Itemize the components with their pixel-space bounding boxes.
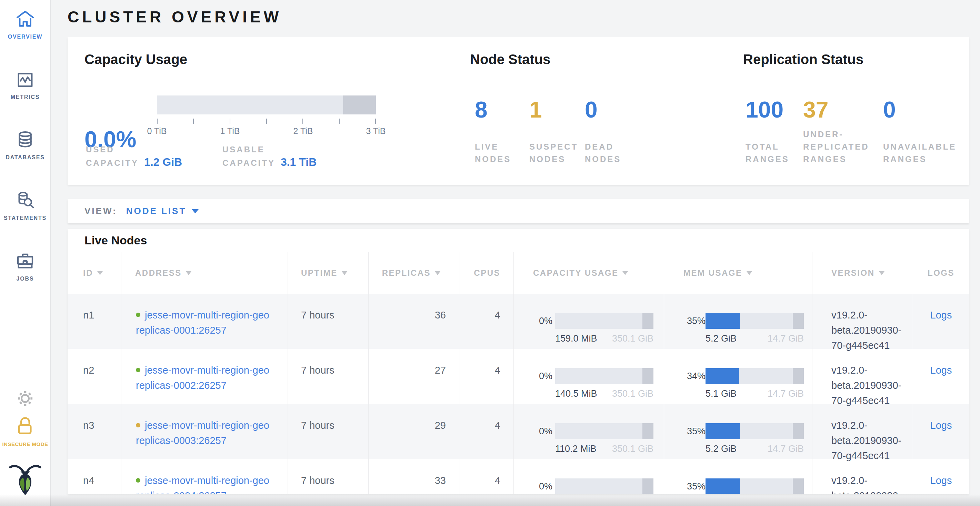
- node-address-link[interactable]: jesse-movr-multi-region-geo: [145, 365, 269, 376]
- node-replicas: 29: [368, 404, 460, 459]
- node-logs: Logs: [913, 404, 969, 459]
- usable-capacity-value: 3.1 TiB: [281, 156, 317, 168]
- column-header-address[interactable]: ADDRESS: [121, 252, 288, 293]
- view-dropdown[interactable]: NODE LIST: [126, 206, 199, 216]
- node-address-link[interactable]: replicas-0004:26257: [136, 490, 227, 494]
- sort-caret-icon: [746, 271, 752, 275]
- column-header-cpus: CPUS: [460, 252, 514, 293]
- node-version: v19.2.0-beta.20190930-70-g445ec41: [812, 459, 913, 494]
- node-mem-usage: 35% 5.2 GiB14.7 GiB: [664, 459, 812, 494]
- used-capacity: USED CAPACITY1.2 GiB: [86, 143, 182, 169]
- settings-button[interactable]: [0, 390, 50, 409]
- node-cpus: 4: [460, 404, 514, 459]
- cluster-overview-page: OVERVIEW METRICS DATABASES: [0, 0, 980, 506]
- node-cpus: 4: [460, 459, 514, 494]
- node-status-dot: [136, 368, 140, 372]
- node-address-link[interactable]: replicas-0001:26257: [136, 325, 227, 336]
- gear-icon: [16, 403, 34, 408]
- capacity-bar: [555, 313, 654, 329]
- logs-link[interactable]: Logs: [930, 420, 952, 431]
- cockroachdb-logo: [0, 463, 50, 497]
- capacity-bar: [555, 423, 654, 439]
- mem-bar: [706, 423, 804, 439]
- capacity-usage-title: Capacity Usage: [84, 52, 187, 67]
- column-header-replicas[interactable]: REPLICAS: [368, 252, 460, 293]
- view-label: VIEW:: [84, 206, 117, 216]
- replication-status-title: Replication Status: [743, 52, 864, 67]
- mem-bar: [706, 478, 804, 494]
- node-address-link[interactable]: jesse-movr-multi-region-geo: [145, 309, 269, 320]
- node-address-link[interactable]: jesse-movr-multi-region-geo: [145, 475, 269, 486]
- sidebar-item-overview[interactable]: OVERVIEW: [0, 10, 50, 40]
- node-status-title: Node Status: [470, 52, 550, 67]
- column-header-uptime[interactable]: UPTIME: [288, 252, 368, 293]
- node-id: n3: [68, 404, 121, 459]
- node-uptime: 7 hours: [288, 293, 368, 349]
- node-cpus: 4: [460, 349, 514, 404]
- node-id: n2: [68, 349, 121, 404]
- live-nodes-panel: Live Nodes ID ADDRESS UPTIME REPLICAS CP…: [68, 229, 969, 494]
- node-logs: Logs: [913, 349, 969, 404]
- logs-link[interactable]: Logs: [930, 365, 952, 376]
- node-address: jesse-movr-multi-region-geo replicas-000…: [121, 459, 288, 494]
- node-replicas: 36: [368, 293, 460, 349]
- logs-link[interactable]: Logs: [930, 309, 952, 320]
- live-nodes-title: Live Nodes: [84, 234, 147, 247]
- node-status-dot: [136, 423, 140, 427]
- sort-caret-icon: [342, 271, 347, 275]
- live-nodes-metric: 8 LIVE NODES: [475, 97, 529, 165]
- node-capacity-usage: 0% 140.5 MiB350.1 GiB: [514, 349, 664, 404]
- sort-caret-icon: [435, 271, 440, 275]
- capacity-gauge: [157, 95, 376, 114]
- insecure-mode-indicator[interactable]: INSECURE MODE: [0, 416, 50, 447]
- unavailable-ranges-metric: 0 UNAVAILABLE RANGES: [883, 97, 980, 165]
- capacity-bar: [555, 368, 654, 384]
- node-address-link[interactable]: jesse-movr-multi-region-geo: [145, 420, 269, 431]
- node-mem-usage: 34% 5.1 GiB14.7 GiB: [664, 349, 812, 404]
- sidebar-item-label: METRICS: [0, 94, 50, 100]
- node-address: jesse-movr-multi-region-geo replicas-000…: [121, 293, 288, 349]
- node-mem-usage: 35% 5.2 GiB14.7 GiB: [664, 404, 812, 459]
- column-header-capacity-usage[interactable]: CAPACITY USAGE: [514, 252, 664, 293]
- sidebar-item-statements[interactable]: STATEMENTS: [0, 191, 50, 221]
- table-row: n1 jesse-movr-multi-region-geo replicas-…: [68, 293, 969, 349]
- column-header-version[interactable]: VERSION: [812, 252, 913, 293]
- mem-bar: [706, 368, 804, 384]
- sidebar: OVERVIEW METRICS DATABASES: [0, 0, 51, 506]
- node-status-dot: [136, 478, 140, 482]
- metrics-icon: [16, 70, 35, 89]
- suspect-nodes-metric: 1 SUSPECT NODES: [529, 97, 585, 165]
- usable-capacity: USABLE CAPACITY3.1 TiB: [223, 143, 317, 169]
- tick-label: 0 TiB: [147, 126, 167, 136]
- sidebar-item-metrics[interactable]: METRICS: [0, 70, 50, 100]
- node-replicas: 33: [368, 459, 460, 494]
- total-ranges-metric: 100 TOTAL RANGES: [746, 97, 803, 165]
- node-id: n4: [68, 459, 121, 494]
- node-version: v19.2.0-beta.20190930-70-g445ec41: [812, 293, 913, 349]
- capacity-bar: [555, 478, 654, 494]
- sidebar-item-jobs[interactable]: JOBS: [0, 252, 50, 282]
- column-header-mem-usage[interactable]: MEM USAGE: [664, 252, 812, 293]
- node-address-link[interactable]: replicas-0003:26257: [136, 435, 227, 446]
- cluster-summary-card: Capacity Usage 0.0% 0 TiB 1 TiB 2 TiB 3 …: [68, 37, 969, 185]
- sidebar-item-label: JOBS: [0, 276, 50, 282]
- sidebar-item-label: DATABASES: [0, 154, 50, 161]
- page-title: CLUSTER OVERVIEW: [68, 8, 282, 26]
- node-logs: Logs: [913, 459, 969, 494]
- sidebar-item-label: STATEMENTS: [0, 215, 50, 221]
- databases-icon: [16, 130, 35, 149]
- node-capacity-usage: 0% 110.2 MiB350.1 GiB: [514, 404, 664, 459]
- jobs-icon: [16, 252, 35, 271]
- node-version: v19.2.0-beta.20190930-70-g445ec41: [812, 349, 913, 404]
- capacity-usage-section: Capacity Usage 0.0% 0 TiB 1 TiB 2 TiB 3 …: [84, 37, 429, 185]
- dead-nodes-metric: 0 DEAD NODES: [585, 97, 643, 165]
- node-address-link[interactable]: replicas-0002:26257: [136, 380, 227, 391]
- column-header-id[interactable]: ID: [68, 252, 121, 293]
- sidebar-item-databases[interactable]: DATABASES: [0, 130, 50, 161]
- home-icon: [16, 10, 35, 29]
- logs-link[interactable]: Logs: [930, 475, 952, 486]
- table-row: n4 jesse-movr-multi-region-geo replicas-…: [68, 459, 969, 494]
- node-status-dot: [136, 312, 140, 317]
- view-bar: VIEW: NODE LIST: [68, 199, 969, 224]
- node-replicas: 27: [368, 349, 460, 404]
